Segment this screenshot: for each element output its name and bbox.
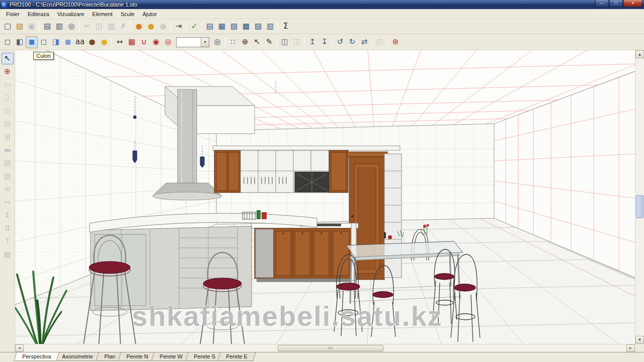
design-canvas[interactable]: shkafiamebeli.satu.kz xyxy=(15,50,635,344)
partition-tool-button[interactable]: ⊞ xyxy=(2,131,14,143)
vertical-scroll-thumb[interactable] xyxy=(636,195,643,218)
report-list-button[interactable]: ▤ xyxy=(204,21,216,33)
report-export-button[interactable]: ▨ xyxy=(252,21,264,33)
vertical-scrollbar[interactable]: ▲ ▼ xyxy=(635,50,644,344)
separator xyxy=(112,37,112,47)
group-button[interactable]: ◫ xyxy=(279,36,291,48)
measure-tool-button[interactable]: ⊕ xyxy=(2,66,14,77)
grid-button[interactable]: ▦ xyxy=(126,36,138,48)
toolbar-view: ◻◧◼◻◨◼aa●●↔▦∪◉◎ ▾ ◎∷⊕↖✎◫◫↥↧↺↻⇄◰⊛ xyxy=(0,34,644,50)
rail-tool-button[interactable]: ≡ xyxy=(2,184,14,195)
raytrace-button[interactable]: ● xyxy=(145,21,157,33)
shadow-button[interactable]: ● xyxy=(157,21,169,33)
dimensions-button[interactable]: ↔ xyxy=(114,36,126,48)
tab-perspectiva[interactable]: Perspectiva xyxy=(14,352,59,361)
dim-horizontal-button[interactable]: ↔ xyxy=(2,197,14,208)
tab-perete-n[interactable]: Perete N xyxy=(118,352,156,361)
render-button[interactable]: ● xyxy=(133,21,145,33)
copy-button[interactable]: ◫ xyxy=(93,21,105,33)
report-edit-button[interactable]: ▧ xyxy=(228,21,240,33)
horizontal-scroll-thumb[interactable]: III xyxy=(278,345,383,351)
separator xyxy=(202,22,202,32)
select-tool-button[interactable]: ↖ xyxy=(2,53,14,64)
dim-vertical-button[interactable]: ↕ xyxy=(2,210,14,221)
save-button[interactable]: ▣ xyxy=(26,21,38,33)
zoom-combo[interactable]: ▾ xyxy=(176,37,209,47)
ungroup-button[interactable]: ◫ xyxy=(291,36,303,48)
worktop-tool-button[interactable]: ▬ xyxy=(2,144,14,156)
horizontal-scroll-track[interactable]: III xyxy=(24,344,626,352)
view-tab-label: Perete N xyxy=(126,353,148,359)
view-shaded-button[interactable]: ◨ xyxy=(50,36,62,48)
delete-button[interactable]: ✗ xyxy=(117,21,129,33)
cabinet-tool-button[interactable]: ◫ xyxy=(2,105,14,117)
door-tool-button[interactable]: ▤ xyxy=(2,157,14,169)
menu-vizualizare[interactable]: Vizualizare xyxy=(53,10,89,18)
new-button[interactable]: ▢ xyxy=(2,21,14,33)
corner-button[interactable]: ◰ xyxy=(374,36,386,48)
menu-scule[interactable]: Scule xyxy=(117,10,139,18)
paste-button[interactable]: ▥ xyxy=(105,21,117,33)
text-tool-button[interactable]: T xyxy=(2,236,14,247)
rotate-left-button[interactable]: ↺ xyxy=(334,36,346,48)
scroll-right-button[interactable]: ► xyxy=(626,344,635,352)
view-wireframe-button[interactable]: ◻ xyxy=(2,36,14,48)
target-button[interactable]: ◎ xyxy=(162,36,174,48)
menu-fisier[interactable]: Fisier xyxy=(2,10,24,18)
open-button[interactable]: ▨ xyxy=(14,21,26,33)
print-button[interactable]: ▥ xyxy=(53,21,65,33)
scroll-down-button[interactable]: ▼ xyxy=(635,336,644,344)
rotate-right-button[interactable]: ↻ xyxy=(346,36,358,48)
rect-tool-button[interactable]: ▭ xyxy=(2,79,14,90)
chevron-down-icon[interactable]: ▾ xyxy=(201,38,209,47)
move-up-button[interactable]: ↥ xyxy=(306,36,318,48)
close-button[interactable]: × xyxy=(623,0,642,7)
scrollbar-corner xyxy=(635,344,644,352)
snap-center-button[interactable]: ⊕ xyxy=(239,36,251,48)
floor-tool-button[interactable]: ▦ xyxy=(2,249,14,260)
material-button[interactable]: ● xyxy=(86,36,98,48)
menu-bar: FisierEditeazaVizualizareElementSculeAju… xyxy=(0,9,644,19)
zoom-button[interactable]: ◎ xyxy=(211,36,223,48)
move-down-button[interactable]: ↧ xyxy=(318,36,331,48)
view-sketch-button[interactable]: ◧ xyxy=(14,36,26,48)
drawer-tool-button[interactable]: ▥ xyxy=(2,170,14,182)
pattern-button[interactable]: ∷ xyxy=(227,36,239,48)
price-list-button[interactable]: ▥ xyxy=(264,21,276,33)
minimize-button[interactable]: — xyxy=(595,0,609,7)
tab-perete-e[interactable]: Perete E xyxy=(218,352,256,361)
light-button[interactable]: ● xyxy=(98,36,110,48)
magnet-button[interactable]: ∪ xyxy=(138,36,150,48)
edit-button[interactable]: ✎ xyxy=(263,36,275,48)
report-columns-button[interactable]: ▩ xyxy=(240,21,252,33)
text-quality-button[interactable]: aa xyxy=(74,36,86,48)
horizontal-scrollbar[interactable]: ◄ III ► xyxy=(15,344,635,352)
vertical-scroll-track[interactable] xyxy=(635,58,644,336)
menu-ajutor[interactable]: Ajutor xyxy=(138,10,161,18)
scroll-up-button[interactable]: ▲ xyxy=(635,50,644,58)
view-colors-button[interactable]: ◼ xyxy=(26,36,38,48)
menu-editeaza[interactable]: Editeaza xyxy=(24,10,53,18)
tab-perete-w[interactable]: Perete W xyxy=(151,352,191,361)
select-button[interactable]: ↖ xyxy=(251,36,263,48)
dim-depth-button[interactable]: ⇅ xyxy=(2,223,14,234)
shelf-tool-button[interactable]: ⊟ xyxy=(2,118,14,130)
menu-element[interactable]: Element xyxy=(88,10,116,18)
knot-button[interactable]: ⊛ xyxy=(389,36,401,48)
scroll-left-button[interactable]: ◄ xyxy=(15,344,24,352)
title-bar: PRO100 - C:\Ecru\PRO100\Proiecte\Bucatar… xyxy=(0,0,644,9)
torus-button[interactable]: ◉ xyxy=(150,36,162,48)
report-preview-button[interactable]: ▦ xyxy=(216,21,228,33)
mirror-button[interactable]: ⇄ xyxy=(358,36,370,48)
cut-button[interactable]: ✂ xyxy=(81,21,93,33)
print-preview-button[interactable]: ▤ xyxy=(41,21,53,33)
sum-button[interactable]: Σ xyxy=(280,21,292,33)
check-button[interactable]: ✓ xyxy=(188,21,200,33)
view-textured-button[interactable]: ◼ xyxy=(62,36,74,48)
maximize-button[interactable]: □ xyxy=(609,0,623,7)
find-button[interactable]: ◎ xyxy=(65,21,77,33)
view-contour-button[interactable]: ◻ xyxy=(38,36,50,48)
export-button[interactable]: ⇥ xyxy=(173,21,185,33)
box-tool-button[interactable]: ▯ xyxy=(2,92,14,104)
tab-axonometrie[interactable]: Axonometrie xyxy=(54,352,102,361)
